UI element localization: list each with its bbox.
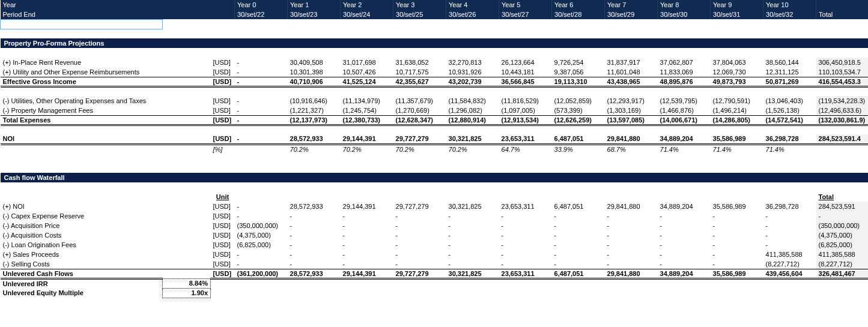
row-egi: Effective Gross Income[USD] -40,710,9064…	[1, 77, 869, 86]
section-proforma: Property Pro-Forma Projections	[1, 38, 869, 48]
row-total-exp: Total Expenses[USD] -(12,137,973)(12,380…	[1, 115, 869, 125]
active-cell-row	[1, 19, 869, 29]
row-irr: Unlevered IRR 8.84%	[1, 278, 869, 288]
row-noi-pct: [%] 70.2%70.2% 70.2%70.2%64.7% 33.9%68.7…	[1, 144, 869, 154]
row-pm-fees: (-) Property Management Fees[USD] -(1,22…	[1, 106, 869, 115]
active-cell[interactable]	[1, 19, 163, 29]
row-ucf: Unlevered Cash Flows[USD] (361,200,000)2…	[1, 269, 869, 278]
row-loan-fees: (-) Loan Origination Fees[USD] (6,825,00…	[1, 240, 869, 250]
row-rent: (+) In-Place Rent Revenue[USD] -30,409,5…	[1, 58, 869, 67]
row-wf-noi: (+) NOI[USD] -28,572,93329,144,391 29,72…	[1, 202, 869, 211]
row-selling: (-) Selling Costs[USD] --- --- --- -(8,2…	[1, 259, 869, 269]
row-util-reimb: (+) Utility and Other Expense Reimbursem…	[1, 67, 869, 77]
row-unit-hdr: Unit Total	[1, 192, 869, 202]
row-acq-costs: (-) Acquisition Costs[USD] (4,375,000)--…	[1, 230, 869, 240]
row-util-exp: (-) Utilities, Other Operating Expenses …	[1, 96, 869, 106]
row-sales: (+) Sales Proceeds[USD] --- --- --- -411…	[1, 250, 869, 259]
year-label: Year	[1, 0, 235, 10]
row-capex: (-) Capex Expense Reserve[USD] --- --- -…	[1, 211, 869, 221]
row-em: Unlevered Equity Multiple 1.90x	[1, 288, 869, 298]
row-acq-price: (-) Acquisition Price[USD] (350,000,000)…	[1, 221, 869, 230]
section-waterfall: Cash flow Waterfall	[1, 173, 869, 182]
spreadsheet-grid[interactable]: Year Year 0Year 1Year 2 Year 3Year 4Year…	[0, 0, 868, 298]
waterfall-total-label: Total	[816, 192, 868, 202]
period-label: Period End	[1, 10, 235, 19]
row-noi: NOI[USD] -28,572,93329,144,391 29,727,27…	[1, 134, 869, 144]
total-header: Total	[816, 10, 868, 19]
header-row-dates: Period End 30/set/2230/set/2330/set/24 3…	[1, 10, 869, 19]
header-row-years: Year Year 0Year 1Year 2 Year 3Year 4Year…	[1, 0, 869, 10]
